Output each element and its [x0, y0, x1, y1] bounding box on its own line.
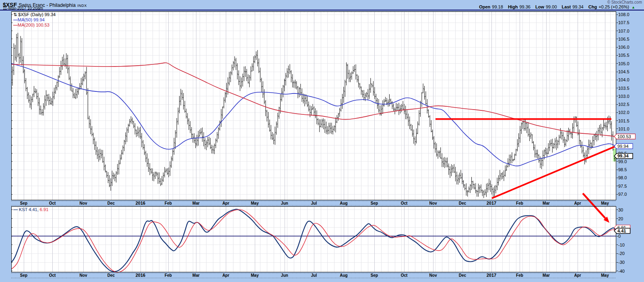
price-tick-label: 105.0 — [618, 61, 630, 66]
month-label: Apr — [574, 201, 581, 205]
month-label: Jun — [281, 201, 288, 205]
kst-tick-label: -10 — [618, 243, 625, 247]
chg-value: +0.25 (+0.26%) — [599, 4, 629, 9]
low-label: Low — [535, 4, 544, 9]
month-label: Apr — [222, 273, 229, 278]
exchange-label: INDX — [77, 4, 87, 8]
month-label: May — [251, 201, 259, 205]
month-label: Jun — [281, 273, 288, 278]
month-label: Aug — [340, 273, 347, 278]
kst-tick-label: 30 — [618, 207, 623, 212]
kst-label-box-4.41: 4.41 — [614, 228, 630, 234]
price-tick-label: 102.0 — [618, 110, 630, 115]
month-label: Oct — [401, 273, 408, 278]
price-tick-label: 106.5 — [618, 37, 630, 41]
month-label: Nov — [80, 273, 87, 278]
year-label: 2016 — [136, 201, 145, 205]
month-label: Dec — [459, 201, 466, 205]
price-tick-label: 102.5 — [618, 102, 630, 107]
price-tick-label: 101.5 — [618, 118, 630, 123]
svg-text:99.34: 99.34 — [617, 153, 629, 158]
chart-datetime: 11-May-2017 10:20am — [3, 6, 43, 10]
price-label-box-100.53: 100.53 — [614, 134, 635, 139]
price-tick-label: 98.5 — [618, 167, 627, 172]
price-tick-label: 106.0 — [618, 45, 630, 50]
price-tick-label: 104.5 — [618, 69, 630, 74]
month-label: Feb — [165, 273, 172, 278]
price-tick-label: 99.0 — [618, 159, 627, 164]
month-label: Apr — [222, 201, 229, 205]
month-label: Oct — [49, 201, 56, 205]
low-value: 99.00 — [546, 4, 557, 9]
high-value: 99.36 — [519, 4, 530, 9]
copyright-label: © StockCharts.com — [607, 0, 642, 4]
month-label: Nov — [429, 273, 437, 278]
month-label: Sep — [371, 201, 378, 205]
kst-tick-label: -30 — [618, 260, 625, 265]
high-label: High — [508, 4, 518, 9]
price-tick-label: 107.0 — [618, 29, 630, 33]
year-label: 2017 — [487, 273, 496, 278]
stockcharts-chart-page: SepSepOctOctNovNovDecDec20162016FebFebMa… — [0, 0, 644, 282]
month-label: Sep — [371, 273, 378, 278]
price-tick-label: 107.5 — [618, 20, 630, 25]
svg-text:100.53: 100.53 — [617, 134, 631, 139]
month-label: Aug — [340, 201, 347, 205]
price-label-box-99.34: 99.34 — [614, 153, 633, 159]
month-label: Feb — [165, 201, 172, 205]
last-label: Last — [562, 4, 571, 9]
price-label-box-99.94: 99.94 — [614, 143, 633, 149]
month-label: Jul — [311, 273, 317, 278]
month-label: Mar — [192, 273, 200, 278]
month-label: Feb — [516, 273, 523, 278]
svg-text:99.94: 99.94 — [617, 144, 629, 149]
month-label: May — [601, 273, 609, 278]
svg-text:4.41: 4.41 — [617, 228, 626, 233]
kst-tick-label: 20 — [618, 216, 623, 221]
month-label: May — [601, 201, 609, 205]
price-tick-label: 103.5 — [618, 86, 630, 91]
month-label: Sep — [20, 273, 27, 278]
month-label: Apr — [574, 273, 581, 278]
price-tick-label: 105.5 — [618, 53, 630, 58]
month-label: Oct — [401, 201, 408, 205]
month-label: Feb — [516, 201, 523, 205]
price-tick-label: 97.0 — [618, 192, 627, 197]
month-label: Dec — [107, 273, 115, 278]
open-label: Open — [479, 4, 490, 9]
month-label: May — [251, 273, 259, 278]
month-label: Jul — [311, 201, 317, 205]
kst-tick-label: -20 — [618, 251, 625, 256]
price-tick-label: 103.0 — [618, 94, 630, 99]
price-tick-label: 98.0 — [618, 175, 627, 180]
price-tick-label: 101.0 — [618, 126, 630, 131]
price-tick-label: 97.5 — [618, 184, 627, 189]
header-divider — [0, 10, 644, 10]
last-value: 99.34 — [572, 4, 584, 9]
month-label: Sep — [20, 201, 27, 205]
kst-tick-label: -40 — [618, 269, 625, 274]
month-label: Oct — [49, 273, 56, 278]
month-label: Dec — [107, 201, 115, 205]
month-label: Mar — [192, 201, 200, 205]
price-tick-label: 104.0 — [618, 77, 630, 82]
kst-tick-label: 0 — [618, 234, 621, 238]
chg-label: Chg — [588, 4, 597, 9]
year-label: 2017 — [487, 201, 496, 205]
year-label: 2016 — [136, 273, 145, 278]
month-label: Nov — [429, 201, 437, 205]
month-label: Mar — [543, 201, 550, 205]
month-label: Nov — [80, 201, 87, 205]
open-value: 99.18 — [492, 4, 503, 9]
price-tick-label: 108.0 — [618, 12, 630, 17]
month-label: Mar — [543, 273, 550, 278]
chart-canvas: SepSepOctOctNovNovDecDec20162016FebFebMa… — [0, 0, 644, 282]
up-triangle-icon: ▲ — [632, 5, 635, 9]
quote-summary: Open99.18 High99.36 Low99.00 Last99.34 C… — [475, 4, 635, 9]
month-label: Dec — [459, 273, 466, 278]
